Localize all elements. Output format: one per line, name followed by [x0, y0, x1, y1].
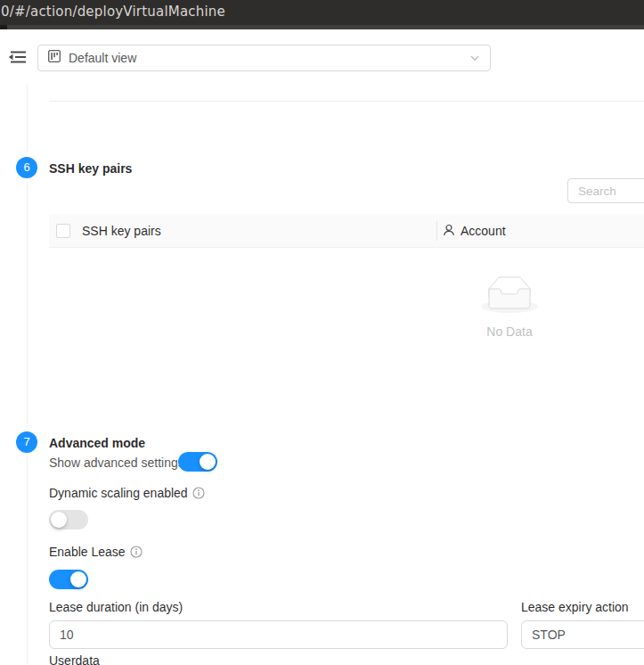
- view-selector[interactable]: Default view: [37, 45, 491, 71]
- search-input[interactable]: [567, 178, 644, 203]
- empty-state-text: No Data: [481, 324, 538, 339]
- column-header-sshkeypairs: SSH key pairs: [82, 214, 161, 248]
- empty-inbox-icon: [481, 300, 538, 316]
- show-advanced-settings-label: Show advanced settings: [49, 456, 184, 470]
- select-all-checkbox[interactable]: [56, 224, 70, 238]
- dynamic-scaling-text: Dynamic scaling enabled: [49, 486, 188, 500]
- dynamic-scaling-toggle[interactable]: [49, 510, 88, 530]
- step-6-badge: 6: [16, 157, 37, 178]
- account-icon: [443, 224, 455, 239]
- lease-duration-label: Lease duration (in days): [49, 600, 183, 614]
- step-6-number: 6: [23, 160, 29, 174]
- column-separator: [436, 221, 437, 241]
- empty-state: No Data: [481, 276, 538, 339]
- lease-expiry-select[interactable]: [521, 620, 644, 649]
- step-6-title: SSH key pairs: [49, 161, 132, 176]
- enable-lease-text: Enable Lease: [49, 545, 126, 559]
- lease-duration-input[interactable]: [49, 620, 508, 649]
- browser-url-bar: 0/#/action/deployVirtualMachine: [0, 0, 644, 25]
- view-selector-value: Default view: [69, 51, 461, 65]
- window-strip: [0, 25, 644, 29]
- step-7-number: 7: [23, 435, 29, 448]
- section-divider: [49, 101, 644, 102]
- enable-lease-toggle[interactable]: [49, 570, 88, 589]
- step-7-title: Advanced mode: [49, 436, 145, 450]
- ssh-table-header: SSH key pairs Account: [49, 214, 644, 248]
- toggle-knob: [70, 571, 86, 587]
- step-7-badge: 7: [16, 431, 37, 453]
- account-label: Account: [461, 224, 506, 238]
- toggle-knob: [200, 454, 216, 470]
- project-icon: [48, 50, 61, 66]
- info-icon[interactable]: [130, 546, 143, 558]
- menu-fold-icon[interactable]: [7, 48, 27, 66]
- enable-lease-label: Enable Lease: [49, 545, 143, 559]
- show-advanced-settings-toggle[interactable]: [178, 452, 217, 472]
- dynamic-scaling-label: Dynamic scaling enabled: [49, 486, 205, 500]
- userdata-label: Userdata: [49, 653, 100, 665]
- window-strip-edge: [0, 25, 7, 29]
- lease-expiry-label: Lease expiry action: [521, 600, 629, 614]
- chevron-down-icon: [469, 53, 480, 63]
- toggle-knob: [51, 512, 67, 528]
- column-header-account: Account: [443, 214, 506, 248]
- info-icon[interactable]: [192, 487, 205, 499]
- browser-url: 0/#/action/deployVirtualMachine: [1, 4, 225, 20]
